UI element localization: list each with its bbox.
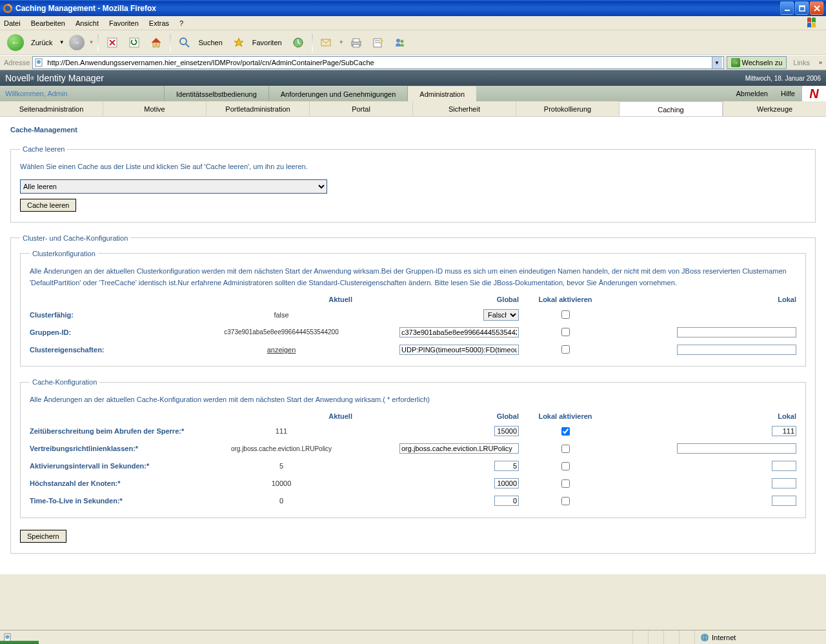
- address-bar: Adresse ▼ → Wechseln zu Links »: [0, 55, 826, 70]
- subtab-portal[interactable]: Portal: [309, 101, 412, 116]
- cache-col-enable: Lokal aktivieren: [527, 412, 604, 420]
- cluster-cache-legend: Cluster- und Cache-Konfiguration: [20, 234, 130, 242]
- favorites-button[interactable]: [229, 33, 248, 52]
- subtab-pages[interactable]: Seitenadministration: [0, 101, 103, 116]
- row-lock-label: Zeitüberschreitung beim Abrufen der Sper…: [30, 427, 210, 436]
- stop-button[interactable]: [103, 33, 122, 52]
- history-button[interactable]: [288, 33, 308, 52]
- page-title: Cache-Management: [10, 126, 816, 134]
- menu-ansicht[interactable]: Ansicht: [76, 19, 99, 27]
- row-maxn-label: Höchstanzahl der Knoten:*: [30, 479, 210, 487]
- row-groupid-enable-checkbox[interactable]: [561, 328, 570, 336]
- row-props-enable-checkbox[interactable]: [561, 345, 570, 354]
- forward-button[interactable]: →: [67, 33, 86, 52]
- mail-dropdown-icon[interactable]: ▼: [339, 39, 344, 45]
- row-evict-global-input[interactable]: [399, 443, 519, 454]
- row-enabled-global-select[interactable]: Falsch: [483, 309, 519, 321]
- close-button[interactable]: [810, 1, 823, 15]
- links-chevron-icon[interactable]: »: [816, 59, 825, 66]
- back-label[interactable]: Zurück: [31, 39, 53, 46]
- favorites-label[interactable]: Favoriten: [252, 39, 282, 46]
- messenger-button[interactable]: [390, 33, 410, 52]
- go-arrow-icon: →: [731, 58, 740, 67]
- tab-identity[interactable]: Identitätsselbstbedienung: [164, 86, 268, 101]
- forward-dropdown-icon[interactable]: ▼: [89, 39, 94, 45]
- menu-datei[interactable]: Datei: [4, 19, 21, 27]
- back-dropdown-icon[interactable]: ▼: [59, 39, 65, 45]
- row-evict-current: org.jboss.cache.eviction.LRUPolicy: [210, 445, 352, 452]
- print-button[interactable]: [347, 33, 366, 52]
- subtab-tools[interactable]: Werkzeuge: [723, 101, 826, 116]
- row-ttl-enable-checkbox[interactable]: [561, 497, 570, 505]
- row-ttl-local-input[interactable]: [772, 496, 796, 506]
- menu-favoriten[interactable]: Favoriten: [109, 19, 139, 27]
- search-label[interactable]: Suchen: [198, 39, 222, 46]
- col-enable: Lokal aktivieren: [527, 296, 604, 303]
- page-content: Novell® Identity Manager Mittwoch, 18. J…: [0, 70, 826, 574]
- address-input[interactable]: [46, 58, 709, 67]
- welcome-text: Willkommen, Admin: [0, 86, 164, 101]
- go-button[interactable]: → Wechseln zu: [727, 56, 787, 69]
- logout-link[interactable]: Abmelden: [736, 90, 768, 97]
- menu-extras[interactable]: Extras: [149, 19, 169, 27]
- row-wake-label: Aktivierungsintervall in Sekunden:*: [30, 462, 210, 470]
- brand-novell: Novell: [5, 73, 30, 83]
- search-button[interactable]: [175, 33, 194, 52]
- address-input-wrapper: ▼: [32, 56, 723, 69]
- refresh-button[interactable]: [125, 33, 144, 52]
- back-button[interactable]: ←: [4, 33, 27, 52]
- flush-fieldset: Cache leeren Wählen Sie einen Cache aus …: [10, 145, 816, 223]
- header-date: Mittwoch, 18. Januar 2006: [745, 75, 821, 82]
- menu-bearbeiten[interactable]: Bearbeiten: [31, 19, 65, 27]
- help-link[interactable]: Hilfe: [781, 90, 795, 97]
- row-lock-enable-checkbox[interactable]: [561, 427, 570, 436]
- svg-point-22: [396, 39, 400, 43]
- idm-header: Novell® Identity Manager Mittwoch, 18. J…: [0, 70, 826, 86]
- novell-n-logo: N: [801, 86, 826, 101]
- window-title: Caching Management - Mozilla Firefox: [15, 4, 780, 13]
- row-enabled-current: false: [210, 311, 352, 319]
- admin-subnav: Seitenadministration Motive Portletadmin…: [0, 101, 826, 117]
- page-icon: [34, 58, 43, 67]
- flush-button[interactable]: Cache leeren: [20, 199, 76, 212]
- subtab-logging[interactable]: Protokollierung: [516, 101, 619, 116]
- row-maxn-local-input[interactable]: [772, 478, 796, 488]
- row-groupid-current: c373e901aba5e8ee9966444553544200: [210, 328, 352, 336]
- row-props-local-input[interactable]: [677, 345, 796, 355]
- row-evict-local-input[interactable]: [677, 443, 796, 454]
- address-dropdown-icon[interactable]: ▼: [712, 57, 722, 68]
- row-wake-enable-checkbox[interactable]: [561, 462, 570, 470]
- row-evict-enable-checkbox[interactable]: [561, 445, 570, 453]
- row-lock-global-input[interactable]: [494, 426, 519, 436]
- row-wake-global-input[interactable]: [494, 461, 519, 471]
- row-enabled-enable-checkbox[interactable]: [561, 310, 570, 319]
- row-maxn-enable-checkbox[interactable]: [561, 479, 570, 488]
- row-groupid-local-input[interactable]: [677, 327, 796, 337]
- edit-button[interactable]: [368, 33, 388, 52]
- row-props-current-link[interactable]: anzeigen: [267, 346, 296, 354]
- mail-button[interactable]: [317, 33, 336, 52]
- minimize-button[interactable]: [780, 1, 794, 15]
- row-groupid-global-input[interactable]: [399, 327, 519, 337]
- save-button[interactable]: Speichern: [20, 530, 66, 543]
- maximize-button[interactable]: [795, 1, 809, 15]
- tab-administration[interactable]: Administration: [407, 86, 476, 101]
- go-label: Wechseln zu: [742, 59, 783, 66]
- menu-help[interactable]: ?: [179, 19, 183, 27]
- flush-select[interactable]: Alle leeren: [20, 179, 327, 194]
- row-props-global-input[interactable]: [399, 345, 519, 355]
- row-ttl-global-input[interactable]: [494, 496, 519, 506]
- windows-flag-icon: [807, 17, 822, 29]
- home-button[interactable]: [146, 33, 166, 52]
- row-wake-local-input[interactable]: [772, 461, 796, 471]
- tab-requests[interactable]: Anforderungen und Genehmigungen: [268, 86, 408, 101]
- row-lock-local-input[interactable]: [772, 426, 796, 436]
- subtab-security[interactable]: Sicherheit: [412, 101, 516, 116]
- row-groupid-label: Gruppen-ID:: [30, 328, 210, 336]
- subtab-themes[interactable]: Motive: [103, 101, 206, 116]
- row-maxn-global-input[interactable]: [494, 478, 519, 488]
- svg-rect-18: [353, 45, 359, 47]
- links-label[interactable]: Links: [789, 59, 814, 66]
- subtab-portlets[interactable]: Portletadministration: [206, 101, 309, 116]
- subtab-caching[interactable]: Caching: [619, 101, 723, 116]
